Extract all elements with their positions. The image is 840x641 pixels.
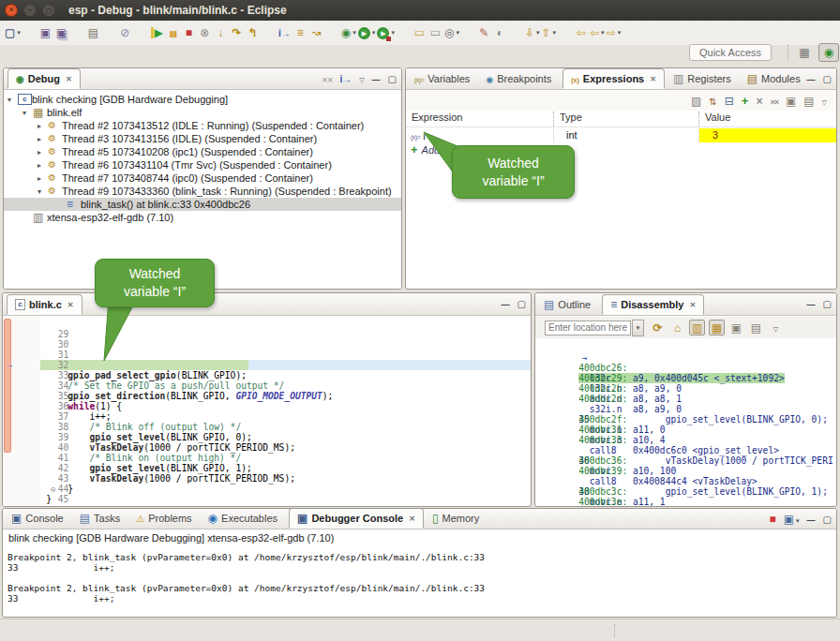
panel-window-icon[interactable] xyxy=(823,73,832,84)
toolbar-button[interactable] xyxy=(22,23,38,42)
toolbar-button[interactable] xyxy=(324,23,340,42)
toolbar-button[interactable] xyxy=(117,23,133,42)
toolbar-button[interactable] xyxy=(101,23,117,42)
window-control-icon[interactable] xyxy=(42,4,55,17)
view-tab[interactable]: Expressions xyxy=(562,68,665,89)
panel-toolbar-icon[interactable] xyxy=(322,73,332,84)
toolbar-button[interactable] xyxy=(69,23,85,42)
expander-icon[interactable]: ▸ xyxy=(38,174,48,183)
toolbar-button[interactable] xyxy=(165,23,181,42)
disassembly-toolbar-button[interactable] xyxy=(748,320,764,335)
expressions-toolbar-icon[interactable] xyxy=(709,96,716,107)
panel-window-icon[interactable] xyxy=(502,298,510,309)
disassembly-line[interactable]: → 400dbc26: l32r a9, 0x400d045c <_stext+… xyxy=(535,342,836,352)
debug-tree-item[interactable]: ▸ Thread #7 1073408744 (ipc0) (Suspended… xyxy=(4,171,401,185)
expander-icon[interactable]: ▾ xyxy=(22,109,33,117)
view-tab[interactable]: Breakpoints xyxy=(478,68,559,89)
console-tab[interactable]: Tasks xyxy=(72,508,128,529)
expander-icon[interactable]: ▸ xyxy=(38,148,48,157)
toolbar-button[interactable] xyxy=(38,23,53,42)
toolbar-button[interactable] xyxy=(197,23,213,42)
panel-toolbar-icon[interactable] xyxy=(388,73,397,84)
panel-window-icon[interactable] xyxy=(823,298,832,309)
toolbar-button[interactable] xyxy=(292,23,308,42)
panel-toolbar-icon[interactable] xyxy=(359,73,364,84)
debug-tree-item[interactable]: xtensa-esp32-elf-gdb (7.10) xyxy=(4,211,401,224)
code-line[interactable]: 33 i++; xyxy=(3,360,531,370)
window-control-icon[interactable] xyxy=(23,4,37,17)
location-dropdown-icon[interactable]: ▼ xyxy=(632,320,644,336)
toolbar-button[interactable] xyxy=(357,23,377,42)
disassembly-toolbar-button[interactable] xyxy=(709,320,725,335)
toolbar-button[interactable] xyxy=(53,23,69,42)
toolbar-button[interactable] xyxy=(460,23,476,42)
expander-icon[interactable]: ▸ xyxy=(38,135,48,143)
tab-close-icon[interactable] xyxy=(68,301,74,309)
disassembly-listing[interactable]: → 400dbc26: l32r a9, 0x400d045c <_stext+… xyxy=(535,340,836,507)
toolbar-button[interactable] xyxy=(149,23,165,42)
expander-icon[interactable]: ▸ xyxy=(38,161,48,170)
toolbar-button[interactable] xyxy=(376,23,396,42)
panel-window-icon[interactable] xyxy=(807,73,816,84)
expander-icon[interactable]: ▸ xyxy=(38,122,48,130)
toolbar-button[interactable] xyxy=(277,23,292,42)
debug-tree-item[interactable]: ▾ blink checking [GDB Hardware Debugging… xyxy=(4,93,401,106)
toolbar-button[interactable] xyxy=(213,23,229,42)
panel-toolbar-icon[interactable] xyxy=(372,73,381,84)
toolbar-button[interactable] xyxy=(540,23,557,42)
expressions-toolbar-icon[interactable] xyxy=(756,96,762,107)
expressions-toolbar-icon[interactable] xyxy=(786,96,796,107)
toolbar-button[interactable] xyxy=(340,23,357,42)
toolbar-button[interactable] xyxy=(428,23,443,42)
toolbar-button[interactable] xyxy=(524,23,541,42)
quick-access-button[interactable]: Quick Access xyxy=(689,44,772,61)
console-toolbar-icon[interactable] xyxy=(807,514,816,525)
toolbar-button[interactable] xyxy=(245,23,261,42)
panel-toolbar-icon[interactable] xyxy=(339,73,352,84)
debug-tree-item[interactable]: ▸ Thread #5 1073410208 (ipc1) (Suspended… xyxy=(4,145,401,158)
expander-icon[interactable]: ▾ xyxy=(8,96,18,104)
console-tab[interactable]: Debugger Console xyxy=(289,508,424,529)
toolbar-button[interactable] xyxy=(412,23,428,42)
view-tab[interactable]: Registers xyxy=(666,68,739,89)
disassembly-toolbar-button[interactable] xyxy=(650,320,666,335)
tab-close-icon[interactable] xyxy=(689,301,696,309)
toolbar-button[interactable] xyxy=(181,23,197,42)
tab-close-icon[interactable] xyxy=(650,75,656,83)
code-area[interactable]: 29 gpio_pad_select_gpio(BLINK_GPIO); 30 … xyxy=(3,317,531,504)
console-tab[interactable]: Problems xyxy=(128,508,199,529)
view-tab[interactable]: Variables xyxy=(407,68,477,89)
debug-tree-item[interactable]: ▾ Thread #9 1073433360 (blink_task : Run… xyxy=(4,185,401,198)
expander-icon[interactable]: ▾ xyxy=(38,187,48,196)
debug-tree-item[interactable]: ▾ blink.elf xyxy=(4,106,401,119)
expressions-toolbar-icon[interactable] xyxy=(725,96,734,107)
disassembly-toolbar-button[interactable] xyxy=(768,320,784,335)
toolbar-button[interactable] xyxy=(573,23,589,42)
toolbar-button[interactable] xyxy=(557,23,573,42)
debug-tree-item[interactable]: blink_task() at blink.c:33 0x400dbc26 xyxy=(4,198,401,211)
console-tab[interactable]: Executables xyxy=(201,508,285,529)
debug-tree-item[interactable]: ▸ Thread #2 1073413512 (IDLE : Running) … xyxy=(4,119,401,132)
code-line[interactable]: 45 xTaskCreate(&blink_task, "blink_task"… xyxy=(3,484,531,494)
disassembly-toolbar-button[interactable] xyxy=(669,320,685,335)
console-tab[interactable]: Console xyxy=(4,508,71,529)
view-tab[interactable]: Disassembly xyxy=(602,294,704,315)
code-line[interactable]: 30 /* Set the GPIO as a push/pull output… xyxy=(3,329,531,339)
disassembly-toolbar-button[interactable] xyxy=(689,320,705,335)
panel-window-icon[interactable] xyxy=(518,298,526,309)
toolbar-button[interactable] xyxy=(133,23,149,42)
toolbar-button[interactable] xyxy=(476,23,492,42)
toolbar-button[interactable] xyxy=(4,23,22,42)
window-control-icon[interactable] xyxy=(5,4,18,17)
tab-close-icon[interactable] xyxy=(66,75,72,83)
toolbar-button[interactable] xyxy=(589,23,606,42)
toolbar-button[interactable] xyxy=(85,23,101,42)
panel-window-icon[interactable] xyxy=(807,298,816,309)
tab-close-icon[interactable] xyxy=(409,514,415,523)
toolbar-button[interactable] xyxy=(396,23,412,42)
console-toolbar-icon[interactable] xyxy=(784,514,800,525)
expressions-toolbar-icon[interactable] xyxy=(822,96,827,107)
debug-tree-item[interactable]: ▸ Thread #3 1073413156 (IDLE) (Suspended… xyxy=(4,132,401,145)
code-line[interactable]: } xyxy=(3,494,531,504)
debug-tree-item[interactable]: ▸ Thread #6 1073431104 (Tmr Svc) (Suspen… xyxy=(4,158,401,171)
